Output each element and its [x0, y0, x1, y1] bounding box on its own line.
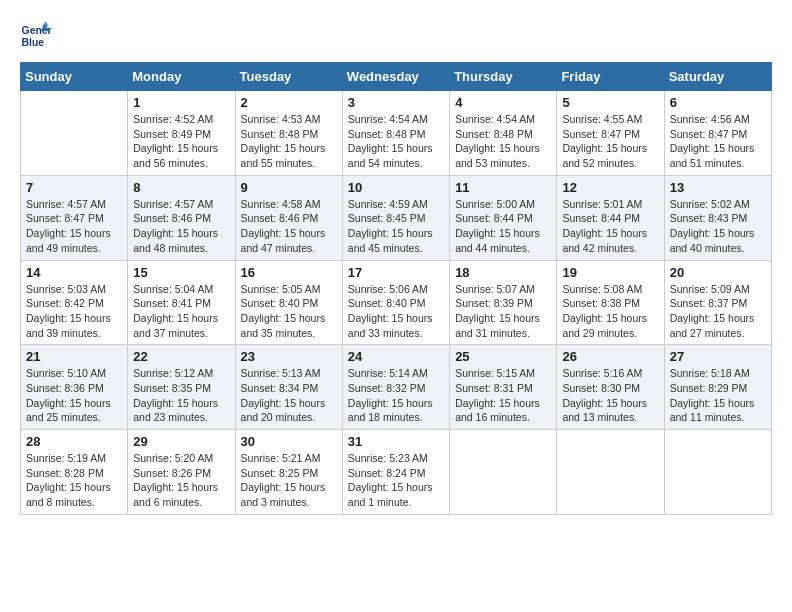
calendar-cell: 7Sunrise: 4:57 AMSunset: 8:47 PMDaylight…	[21, 175, 128, 260]
calendar-cell: 13Sunrise: 5:02 AMSunset: 8:43 PMDayligh…	[664, 175, 771, 260]
day-number: 27	[670, 349, 766, 364]
day-number: 13	[670, 180, 766, 195]
calendar-cell: 8Sunrise: 4:57 AMSunset: 8:46 PMDaylight…	[128, 175, 235, 260]
day-number: 23	[241, 349, 337, 364]
day-info: Sunrise: 4:57 AMSunset: 8:46 PMDaylight:…	[133, 197, 229, 256]
weekday-header-wednesday: Wednesday	[342, 63, 449, 91]
week-row-5: 28Sunrise: 5:19 AMSunset: 8:28 PMDayligh…	[21, 430, 772, 515]
day-number: 19	[562, 265, 658, 280]
calendar-cell: 29Sunrise: 5:20 AMSunset: 8:26 PMDayligh…	[128, 430, 235, 515]
calendar-cell: 9Sunrise: 4:58 AMSunset: 8:46 PMDaylight…	[235, 175, 342, 260]
day-info: Sunrise: 4:52 AMSunset: 8:49 PMDaylight:…	[133, 112, 229, 171]
day-info: Sunrise: 5:23 AMSunset: 8:24 PMDaylight:…	[348, 451, 444, 510]
day-number: 4	[455, 95, 551, 110]
day-info: Sunrise: 4:57 AMSunset: 8:47 PMDaylight:…	[26, 197, 122, 256]
calendar-cell: 17Sunrise: 5:06 AMSunset: 8:40 PMDayligh…	[342, 260, 449, 345]
day-info: Sunrise: 5:14 AMSunset: 8:32 PMDaylight:…	[348, 366, 444, 425]
day-info: Sunrise: 5:21 AMSunset: 8:25 PMDaylight:…	[241, 451, 337, 510]
day-info: Sunrise: 4:54 AMSunset: 8:48 PMDaylight:…	[348, 112, 444, 171]
calendar: SundayMondayTuesdayWednesdayThursdayFrid…	[20, 62, 772, 515]
day-number: 26	[562, 349, 658, 364]
week-row-1: 1Sunrise: 4:52 AMSunset: 8:49 PMDaylight…	[21, 91, 772, 176]
calendar-cell: 12Sunrise: 5:01 AMSunset: 8:44 PMDayligh…	[557, 175, 664, 260]
calendar-cell: 30Sunrise: 5:21 AMSunset: 8:25 PMDayligh…	[235, 430, 342, 515]
calendar-cell: 2Sunrise: 4:53 AMSunset: 8:48 PMDaylight…	[235, 91, 342, 176]
calendar-cell: 3Sunrise: 4:54 AMSunset: 8:48 PMDaylight…	[342, 91, 449, 176]
day-number: 6	[670, 95, 766, 110]
day-number: 17	[348, 265, 444, 280]
calendar-cell	[21, 91, 128, 176]
day-number: 5	[562, 95, 658, 110]
day-number: 1	[133, 95, 229, 110]
calendar-cell: 26Sunrise: 5:16 AMSunset: 8:30 PMDayligh…	[557, 345, 664, 430]
day-number: 16	[241, 265, 337, 280]
day-number: 21	[26, 349, 122, 364]
day-info: Sunrise: 5:04 AMSunset: 8:41 PMDaylight:…	[133, 282, 229, 341]
day-number: 25	[455, 349, 551, 364]
calendar-cell: 5Sunrise: 4:55 AMSunset: 8:47 PMDaylight…	[557, 91, 664, 176]
day-info: Sunrise: 5:01 AMSunset: 8:44 PMDaylight:…	[562, 197, 658, 256]
day-info: Sunrise: 5:03 AMSunset: 8:42 PMDaylight:…	[26, 282, 122, 341]
day-info: Sunrise: 4:56 AMSunset: 8:47 PMDaylight:…	[670, 112, 766, 171]
day-number: 29	[133, 434, 229, 449]
day-info: Sunrise: 5:02 AMSunset: 8:43 PMDaylight:…	[670, 197, 766, 256]
day-number: 30	[241, 434, 337, 449]
svg-text:Blue: Blue	[22, 37, 45, 48]
calendar-cell: 19Sunrise: 5:08 AMSunset: 8:38 PMDayligh…	[557, 260, 664, 345]
calendar-cell: 18Sunrise: 5:07 AMSunset: 8:39 PMDayligh…	[450, 260, 557, 345]
day-info: Sunrise: 5:20 AMSunset: 8:26 PMDaylight:…	[133, 451, 229, 510]
calendar-cell	[557, 430, 664, 515]
week-row-3: 14Sunrise: 5:03 AMSunset: 8:42 PMDayligh…	[21, 260, 772, 345]
weekday-header-row: SundayMondayTuesdayWednesdayThursdayFrid…	[21, 63, 772, 91]
day-number: 31	[348, 434, 444, 449]
calendar-cell: 6Sunrise: 4:56 AMSunset: 8:47 PMDaylight…	[664, 91, 771, 176]
header: General Blue	[20, 20, 772, 52]
calendar-cell: 22Sunrise: 5:12 AMSunset: 8:35 PMDayligh…	[128, 345, 235, 430]
day-number: 22	[133, 349, 229, 364]
weekday-header-friday: Friday	[557, 63, 664, 91]
day-info: Sunrise: 5:07 AMSunset: 8:39 PMDaylight:…	[455, 282, 551, 341]
calendar-cell: 15Sunrise: 5:04 AMSunset: 8:41 PMDayligh…	[128, 260, 235, 345]
day-info: Sunrise: 4:54 AMSunset: 8:48 PMDaylight:…	[455, 112, 551, 171]
day-number: 15	[133, 265, 229, 280]
calendar-cell: 24Sunrise: 5:14 AMSunset: 8:32 PMDayligh…	[342, 345, 449, 430]
calendar-cell: 20Sunrise: 5:09 AMSunset: 8:37 PMDayligh…	[664, 260, 771, 345]
day-number: 20	[670, 265, 766, 280]
day-info: Sunrise: 5:05 AMSunset: 8:40 PMDaylight:…	[241, 282, 337, 341]
calendar-cell: 4Sunrise: 4:54 AMSunset: 8:48 PMDaylight…	[450, 91, 557, 176]
day-info: Sunrise: 4:58 AMSunset: 8:46 PMDaylight:…	[241, 197, 337, 256]
day-info: Sunrise: 4:53 AMSunset: 8:48 PMDaylight:…	[241, 112, 337, 171]
calendar-cell: 16Sunrise: 5:05 AMSunset: 8:40 PMDayligh…	[235, 260, 342, 345]
day-info: Sunrise: 5:15 AMSunset: 8:31 PMDaylight:…	[455, 366, 551, 425]
day-number: 24	[348, 349, 444, 364]
day-number: 18	[455, 265, 551, 280]
logo-icon: General Blue	[20, 20, 52, 52]
calendar-cell: 25Sunrise: 5:15 AMSunset: 8:31 PMDayligh…	[450, 345, 557, 430]
day-info: Sunrise: 5:00 AMSunset: 8:44 PMDaylight:…	[455, 197, 551, 256]
weekday-header-tuesday: Tuesday	[235, 63, 342, 91]
day-number: 7	[26, 180, 122, 195]
calendar-cell: 1Sunrise: 4:52 AMSunset: 8:49 PMDaylight…	[128, 91, 235, 176]
logo: General Blue	[20, 20, 56, 52]
week-row-4: 21Sunrise: 5:10 AMSunset: 8:36 PMDayligh…	[21, 345, 772, 430]
calendar-cell: 10Sunrise: 4:59 AMSunset: 8:45 PMDayligh…	[342, 175, 449, 260]
calendar-cell: 28Sunrise: 5:19 AMSunset: 8:28 PMDayligh…	[21, 430, 128, 515]
weekday-header-monday: Monday	[128, 63, 235, 91]
day-number: 10	[348, 180, 444, 195]
calendar-cell: 23Sunrise: 5:13 AMSunset: 8:34 PMDayligh…	[235, 345, 342, 430]
day-info: Sunrise: 5:06 AMSunset: 8:40 PMDaylight:…	[348, 282, 444, 341]
calendar-cell	[450, 430, 557, 515]
day-number: 3	[348, 95, 444, 110]
day-info: Sunrise: 5:12 AMSunset: 8:35 PMDaylight:…	[133, 366, 229, 425]
week-row-2: 7Sunrise: 4:57 AMSunset: 8:47 PMDaylight…	[21, 175, 772, 260]
day-info: Sunrise: 4:59 AMSunset: 8:45 PMDaylight:…	[348, 197, 444, 256]
calendar-cell: 31Sunrise: 5:23 AMSunset: 8:24 PMDayligh…	[342, 430, 449, 515]
weekday-header-saturday: Saturday	[664, 63, 771, 91]
day-number: 12	[562, 180, 658, 195]
calendar-cell	[664, 430, 771, 515]
calendar-cell: 11Sunrise: 5:00 AMSunset: 8:44 PMDayligh…	[450, 175, 557, 260]
day-info: Sunrise: 5:09 AMSunset: 8:37 PMDaylight:…	[670, 282, 766, 341]
day-number: 11	[455, 180, 551, 195]
calendar-cell: 14Sunrise: 5:03 AMSunset: 8:42 PMDayligh…	[21, 260, 128, 345]
day-number: 8	[133, 180, 229, 195]
